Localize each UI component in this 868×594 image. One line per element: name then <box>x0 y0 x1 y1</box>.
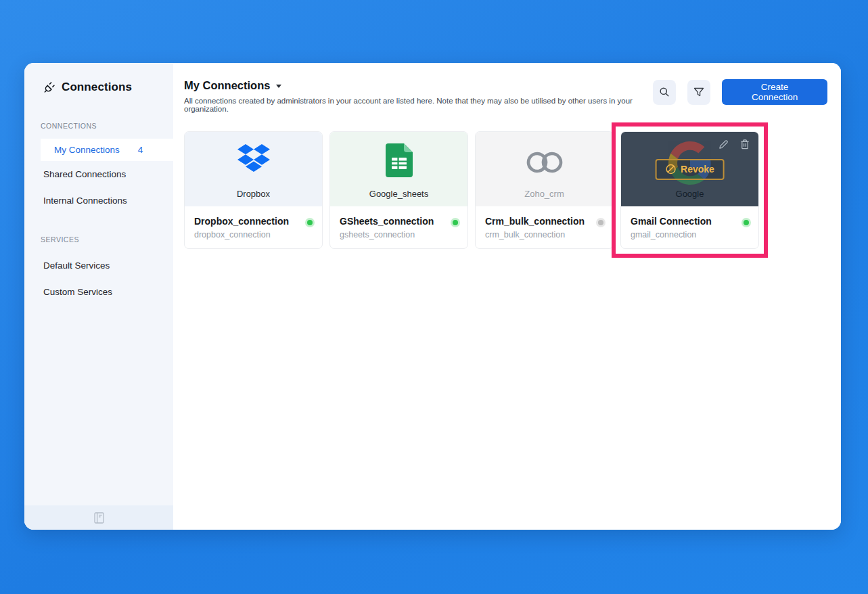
trash-icon <box>740 141 750 152</box>
chevron-down-icon <box>276 85 281 88</box>
sidebar-item-shared-connections[interactable]: Shared Connections <box>24 161 173 187</box>
connection-id: gsheets_connection <box>340 230 434 239</box>
connection-info: Dropbox_connection dropbox_connection <box>194 216 289 239</box>
sidebar-item-label: Shared Connections <box>43 169 126 179</box>
connection-card-google[interactable]: Revoke Google Gmail Connection gmail_con… <box>620 131 759 249</box>
zoho-crm-logo-icon <box>524 150 566 175</box>
status-dot-active <box>307 220 313 225</box>
connection-cards: Dropbox Dropbox_connection dropbox_conne… <box>184 131 827 249</box>
sidebar-item-label: Default Services <box>43 260 110 271</box>
sidebar-item-default-services[interactable]: Default Services <box>24 252 173 279</box>
pencil-icon <box>718 141 729 152</box>
header-actions: Create Connection <box>653 79 827 105</box>
main-header: My Connections All connections created b… <box>184 79 827 113</box>
sidebar: Connections CONNECTIONS My Connections 4… <box>24 63 173 530</box>
create-connection-button[interactable]: Create Connection <box>722 79 827 105</box>
main-panel: My Connections All connections created b… <box>173 63 841 530</box>
status-dot-inactive <box>598 220 603 225</box>
filter-icon <box>693 87 704 97</box>
sidebar-item-custom-services[interactable]: Custom Services <box>24 279 173 305</box>
sidebar-item-label: My Connections <box>54 145 120 155</box>
app-title: Connections <box>62 81 132 94</box>
card-top: Zoho_crm <box>476 132 613 206</box>
connection-name: GSheets_connection <box>340 216 434 227</box>
services-nav: Default Services Custom Services <box>24 252 173 305</box>
status-dot-active <box>453 220 458 225</box>
app-window: Connections CONNECTIONS My Connections 4… <box>24 63 841 530</box>
connection-name: Gmail Connection <box>631 216 712 227</box>
card-bottom: Dropbox_connection dropbox_connection <box>185 206 322 239</box>
connection-info: Gmail Connection gmail_connection <box>631 216 712 239</box>
search-icon <box>659 87 670 97</box>
connection-id: dropbox_connection <box>194 230 289 239</box>
card-top: Google_sheets <box>330 132 467 206</box>
connection-info: Crm_bulk_connection crm_bulk_connection <box>485 216 585 239</box>
sidebar-item-my-connections[interactable]: My Connections 4 <box>41 139 173 161</box>
page-subtitle: All connections created by administrator… <box>184 97 653 113</box>
connection-info: GSheets_connection gsheets_connection <box>340 216 434 239</box>
page-title: My Connections <box>184 79 270 92</box>
revoke-button[interactable]: Revoke <box>655 159 725 180</box>
section-label-services: SERVICES <box>41 235 173 244</box>
sidebar-item-internal-connections[interactable]: Internal Connections <box>24 187 173 214</box>
dropbox-logo-icon <box>237 143 271 173</box>
edit-connection-button[interactable] <box>718 139 729 150</box>
status-dot-active <box>744 220 749 225</box>
highlighted-card-wrapper: Revoke Google Gmail Connection gmail_con… <box>620 131 759 249</box>
card-bottom: Gmail Connection gmail_connection <box>621 206 758 239</box>
card-bottom: Crm_bulk_connection crm_bulk_connection <box>476 206 613 239</box>
connection-name: Dropbox_connection <box>194 216 289 227</box>
sidebar-footer <box>24 505 173 530</box>
google-sheets-logo-icon <box>385 143 413 177</box>
service-name: Google_sheets <box>369 189 428 199</box>
delete-connection-button[interactable] <box>740 139 750 150</box>
card-hover-actions <box>718 139 750 150</box>
filter-button[interactable] <box>687 80 710 105</box>
docs-panel-icon[interactable] <box>94 512 104 524</box>
plug-icon <box>43 81 55 94</box>
card-top-hover-overlay: Revoke Google <box>621 132 758 206</box>
connection-name: Crm_bulk_connection <box>485 216 585 227</box>
revoke-slash-icon <box>665 164 676 175</box>
title-block: My Connections All connections created b… <box>184 79 653 113</box>
connections-nav: My Connections 4 Shared Connections Inte… <box>24 139 173 214</box>
connection-card-zoho-crm[interactable]: Zoho_crm Crm_bulk_connection crm_bulk_co… <box>475 131 614 249</box>
view-switcher[interactable]: My Connections <box>184 79 653 92</box>
service-name: Zoho_crm <box>524 189 564 199</box>
connection-id: crm_bulk_connection <box>485 230 585 239</box>
connection-card-dropbox[interactable]: Dropbox Dropbox_connection dropbox_conne… <box>184 131 323 249</box>
my-connections-count: 4 <box>138 145 143 155</box>
section-label-connections: CONNECTIONS <box>41 122 173 130</box>
revoke-label: Revoke <box>681 164 714 175</box>
card-bottom: GSheets_connection gsheets_connection <box>330 206 467 239</box>
service-name: Dropbox <box>237 189 270 199</box>
search-button[interactable] <box>653 80 676 105</box>
app-title-row: Connections <box>24 63 173 94</box>
sidebar-item-label: Custom Services <box>43 287 112 297</box>
sidebar-item-label: Internal Connections <box>43 196 127 206</box>
connection-card-google-sheets[interactable]: Google_sheets GSheets_connection gsheets… <box>329 131 468 249</box>
connection-id: gmail_connection <box>631 230 712 239</box>
card-top: Dropbox <box>185 132 322 206</box>
service-name: Google <box>676 189 704 199</box>
